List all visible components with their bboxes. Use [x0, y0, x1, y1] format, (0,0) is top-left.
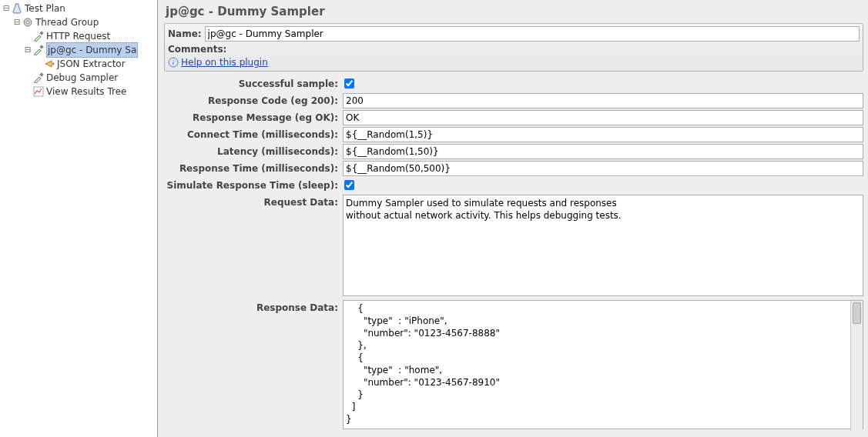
scrollbar[interactable] — [850, 301, 863, 431]
connect-time-input[interactable] — [343, 127, 863, 142]
chart-icon — [32, 85, 45, 98]
header-box: Name: Comments: i Help on this plugin — [164, 23, 863, 72]
request-data-textarea[interactable] — [343, 195, 863, 296]
response-time-label: Response Time (milliseconds): — [164, 161, 343, 176]
tree-expand-handle[interactable]: ⊟ — [12, 15, 22, 29]
svg-rect-2 — [39, 31, 44, 35]
response-time-input[interactable] — [343, 161, 863, 176]
panel-title: jp@gc - Dummy Sampler — [166, 5, 863, 18]
tree-item-http-request[interactable]: HTTP Request — [22, 29, 157, 43]
tree-expand-handle[interactable]: ⊟ — [23, 43, 32, 57]
tree-item-label: Debug Sampler — [46, 71, 118, 85]
response-data-textarea[interactable] — [343, 300, 863, 429]
latency-label: Latency (milliseconds): — [164, 144, 343, 159]
latency-input[interactable] — [343, 144, 863, 159]
svg-rect-3 — [39, 45, 44, 49]
response-code-label: Response Code (eg 200): — [164, 93, 343, 108]
successful-label: Successful sample: — [164, 76, 343, 92]
tree-item-label: Thread Group — [35, 15, 99, 29]
tree-item-view-results[interactable]: View Results Tree — [22, 85, 157, 98]
connect-time-label: Connect Time (milliseconds): — [164, 127, 343, 142]
tree-item-json-extractor[interactable]: JSON Extractor — [32, 57, 157, 71]
name-input[interactable] — [205, 26, 860, 42]
request-data-label: Request Data: — [164, 195, 343, 210]
arrow-icon — [43, 58, 55, 70]
simulate-label: Simulate Response Time (sleep): — [164, 178, 343, 193]
gear-icon — [22, 16, 34, 28]
tree-item-label: JSON Extractor — [57, 57, 126, 71]
tree-item-label: HTTP Request — [46, 29, 110, 43]
response-data-label: Response Data: — [164, 300, 343, 315]
flask-icon — [11, 2, 23, 15]
scroll-thumb[interactable] — [853, 302, 861, 324]
tree-item-dummy-sampler[interactable]: ⊟ jp@gc - Dummy Sa — [22, 43, 157, 57]
successful-checkbox[interactable] — [344, 78, 354, 88]
svg-rect-4 — [39, 72, 44, 77]
help-link[interactable]: Help on this plugin — [181, 57, 268, 68]
pipette-icon — [32, 44, 45, 56]
svg-point-1 — [26, 21, 29, 24]
info-icon: i — [168, 57, 179, 68]
response-message-input[interactable] — [343, 110, 863, 125]
form-area: Successful sample: Response Code (eg 200… — [164, 76, 863, 437]
tree-item-label: View Results Tree — [46, 85, 126, 98]
tree-item-label: Test Plan — [25, 2, 65, 15]
name-label: Name: — [168, 28, 202, 39]
comments-label: Comments: — [168, 44, 226, 55]
pipette-icon — [32, 30, 45, 42]
response-code-input[interactable] — [343, 93, 863, 108]
main-panel: jp@gc - Dummy Sampler Name: Comments: i … — [158, 0, 868, 437]
pipette-icon — [32, 72, 45, 84]
response-message-label: Response Message (eg OK): — [164, 110, 343, 125]
tree-pane: ⊟ Test Plan ⊟ Thread Group HTTP Request … — [0, 0, 158, 437]
simulate-checkbox[interactable] — [344, 180, 354, 190]
tree-expand-handle[interactable]: ⊟ — [2, 2, 11, 15]
tree-item-debug-sampler[interactable]: Debug Sampler — [22, 71, 157, 85]
tree-item-thread-group[interactable]: ⊟ Thread Group — [11, 15, 157, 29]
tree-item-label: jp@gc - Dummy Sa — [46, 42, 138, 58]
tree-item-test-plan[interactable]: ⊟ Test Plan — [0, 2, 157, 15]
